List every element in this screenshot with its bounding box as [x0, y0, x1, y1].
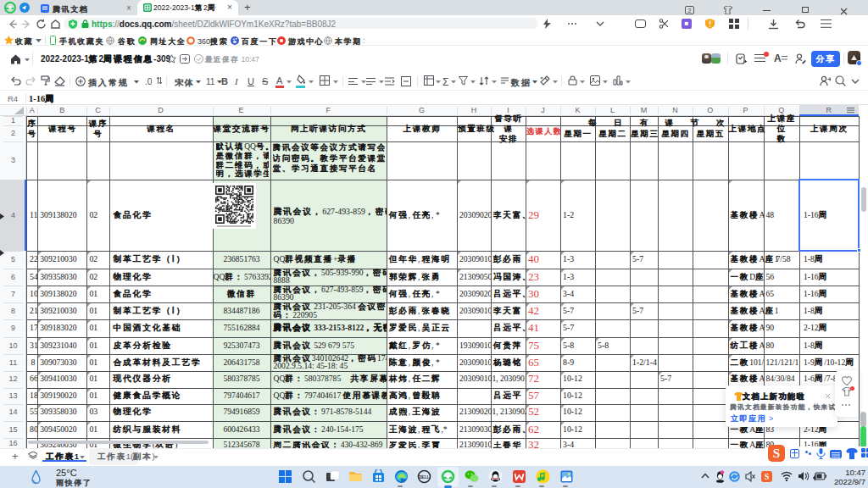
svg-text:DELL: DELL	[420, 475, 430, 480]
